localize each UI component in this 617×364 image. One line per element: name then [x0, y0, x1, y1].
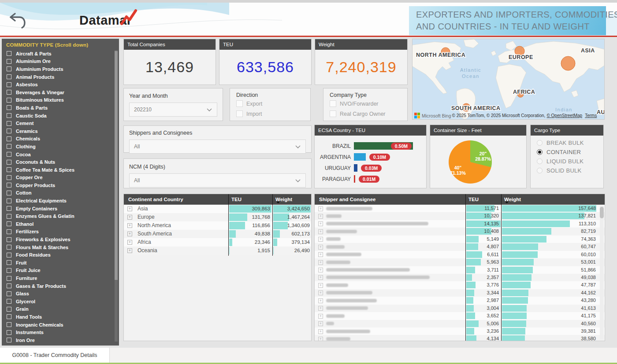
expand-icon[interactable]: + — [318, 260, 323, 265]
sidebar-item-caustic-soda[interactable]: Caustic Soda — [6, 112, 119, 120]
expand-icon[interactable]: + — [318, 206, 323, 211]
ecsa-bar[interactable] — [354, 175, 355, 183]
pie-graphic[interactable] — [449, 140, 492, 184]
shipper-table-row[interactable]: +3,34444,162 — [315, 289, 605, 297]
expand-icon[interactable]: + — [318, 329, 323, 334]
expand-icon[interactable]: + — [127, 215, 132, 220]
table-row-north-america[interactable]: +North America116,8561,340,609 — [124, 221, 311, 230]
sidebar-item-copper-ore[interactable]: Copper Ore — [6, 174, 119, 182]
table-row-oceania[interactable]: +Oceania1,91526,490 — [124, 246, 311, 255]
expand-icon[interactable]: + — [127, 206, 132, 211]
sidebar-item-gases-tar-products[interactable]: Gases & Tar Products — [6, 282, 119, 290]
checkbox-icon[interactable] — [7, 160, 11, 165]
world-map[interactable]: AtlanticOceanIndianNORTH AMERICAEUROPEAS… — [412, 39, 605, 120]
company-type-option-nvo-forwarder[interactable]: NVO/Forwarder — [330, 99, 401, 108]
tab-trader-commodity-details[interactable]: G0008 - Trader Commodity Details — [0, 348, 110, 363]
commodity-scrollbar-thumb[interactable] — [115, 51, 118, 280]
sidebar-item-flours-malt-starches[interactable]: Flours Malt & Starches — [6, 243, 119, 251]
checkbox-icon[interactable] — [330, 110, 336, 117]
sidebar-item-chemicals[interactable]: Chemicals — [6, 135, 119, 143]
year-month-dropdown[interactable]: 202210 — [129, 103, 217, 117]
checkbox-icon[interactable] — [7, 322, 11, 327]
checkbox-icon[interactable] — [7, 229, 11, 234]
table-row-south-america[interactable]: +South America49,838602,173 — [124, 230, 311, 238]
sidebar-item-clothing[interactable]: Clothing — [6, 143, 119, 151]
map-data-bubble[interactable] — [561, 56, 575, 70]
cargo-option-container[interactable]: CONTAINER — [537, 147, 603, 157]
sidebar-item-bituminous-mixtures[interactable]: Bituminous Mixtures — [6, 96, 119, 104]
sidebar-item-enzymes-glues-gelatin[interactable]: Enzymes Glues & Gelatin — [6, 212, 119, 220]
shippers-consignees-dropdown[interactable]: All — [129, 140, 306, 154]
shipper-table-row[interactable]: +10,320137,821 — [315, 212, 605, 220]
back-button[interactable] — [8, 11, 28, 30]
radio-icon[interactable] — [537, 168, 543, 173]
sidebar-item-cement[interactable]: Cement — [6, 119, 119, 127]
checkbox-icon[interactable] — [7, 276, 11, 281]
expand-icon[interactable]: + — [127, 223, 132, 228]
radio-icon[interactable] — [537, 149, 543, 155]
expand-icon[interactable]: + — [318, 298, 323, 303]
sidebar-item-aircraft-parts[interactable]: Aircraft & Parts — [6, 50, 119, 58]
checkbox-icon[interactable] — [7, 113, 11, 118]
sidebar-item-glass[interactable]: Glass — [6, 290, 119, 298]
checkbox-icon[interactable] — [7, 105, 11, 110]
expand-icon[interactable]: + — [318, 245, 323, 250]
checkbox-icon[interactable] — [7, 260, 11, 265]
sidebar-item-fertilizers[interactable]: Fertilizers — [6, 228, 119, 236]
checkbox-icon[interactable] — [7, 90, 11, 95]
sidebar-item-asbestos[interactable]: Asbestos — [6, 81, 119, 88]
expand-icon[interactable]: + — [318, 237, 323, 242]
checkbox-icon[interactable] — [7, 291, 11, 296]
shipper-table-row[interactable]: +5,14974,363 — [315, 235, 605, 243]
expand-icon[interactable]: + — [318, 314, 323, 319]
table-row-asia[interactable]: +Asia309,8633,424,650 — [124, 205, 311, 213]
checkbox-icon[interactable] — [7, 199, 11, 203]
sidebar-item-food-residues[interactable]: Food Residues — [6, 251, 119, 259]
sidebar-item-grain[interactable]: Grain — [6, 305, 119, 313]
checkbox-icon[interactable] — [7, 136, 11, 141]
table-row-europe[interactable]: +Europe131,7681,467,264 — [124, 213, 311, 221]
shipper-table-scrollbar[interactable] — [600, 206, 604, 340]
ecsa-bar[interactable]: 0.50M — [354, 142, 413, 150]
sidebar-item-coffee-tea-mate-spices[interactable]: Coffee Tea Mate & Spices — [6, 166, 119, 174]
sidebar-item-furniture[interactable]: Furniture — [6, 274, 119, 282]
expand-icon[interactable]: + — [318, 283, 323, 288]
sidebar-item-electrical-equipments[interactable]: Electrical Equipments — [6, 197, 119, 205]
commodity-scrollbar[interactable] — [115, 50, 118, 342]
sidebar-item-animal-products[interactable]: Animal Products — [6, 73, 119, 81]
sidebar-item-glycerol[interactable]: Glycerol — [6, 298, 119, 305]
checkbox-icon[interactable] — [7, 74, 11, 79]
shipper-table-row[interactable]: +3,77647,787 — [315, 281, 605, 289]
checkbox-icon[interactable] — [7, 268, 11, 273]
checkbox-icon[interactable] — [7, 253, 11, 257]
checkbox-icon[interactable] — [7, 175, 11, 180]
sidebar-item-fireworks-explosives[interactable]: Fireworks & Explosives — [6, 235, 119, 243]
continent-col-header[interactable]: Continent and Country — [128, 194, 183, 205]
cargo-option-solid-bulk[interactable]: SOLID BULK — [537, 166, 603, 175]
checkbox-icon[interactable] — [7, 237, 11, 242]
checkbox-icon[interactable] — [7, 144, 11, 149]
direction-option-import[interactable]: Import — [236, 109, 304, 118]
teu-col-header[interactable]: TEU — [231, 194, 242, 205]
map-canvas[interactable]: AtlanticOceanIndianNORTH AMERICAEUROPEAS… — [413, 39, 604, 119]
expand-icon[interactable]: + — [318, 275, 323, 280]
checkbox-icon[interactable] — [7, 59, 11, 64]
checkbox-icon[interactable] — [7, 314, 11, 319]
shipper-table-row[interactable]: +3,65241,175 — [315, 312, 605, 320]
checkbox-icon[interactable] — [7, 183, 11, 188]
sidebar-item-beverages-vinegar[interactable]: Beverages & Vinegar — [6, 88, 119, 96]
teu-col-header[interactable]: TEU — [468, 194, 479, 205]
direction-option-export[interactable]: Export — [236, 99, 304, 108]
checkbox-icon[interactable] — [7, 66, 11, 71]
sidebar-item-instruments[interactable]: Instruments — [6, 328, 119, 336]
checkbox-icon[interactable] — [7, 214, 11, 219]
expand-icon[interactable]: + — [127, 248, 132, 253]
sidebar-item-iron-ore[interactable]: Iron Ore — [6, 336, 119, 344]
shipper-table-row[interactable]: +4,13438,580 — [315, 335, 605, 341]
sidebar-item-aluminium-products[interactable]: Aluminium Products — [6, 65, 119, 73]
expand-icon[interactable]: + — [318, 214, 323, 219]
expand-icon[interactable]: + — [127, 240, 132, 245]
sidebar-item-hand-tools[interactable]: Hand Tools — [6, 313, 119, 321]
checkbox-icon[interactable] — [7, 98, 11, 103]
sidebar-item-kaolin[interactable]: Kaolin — [6, 344, 119, 346]
